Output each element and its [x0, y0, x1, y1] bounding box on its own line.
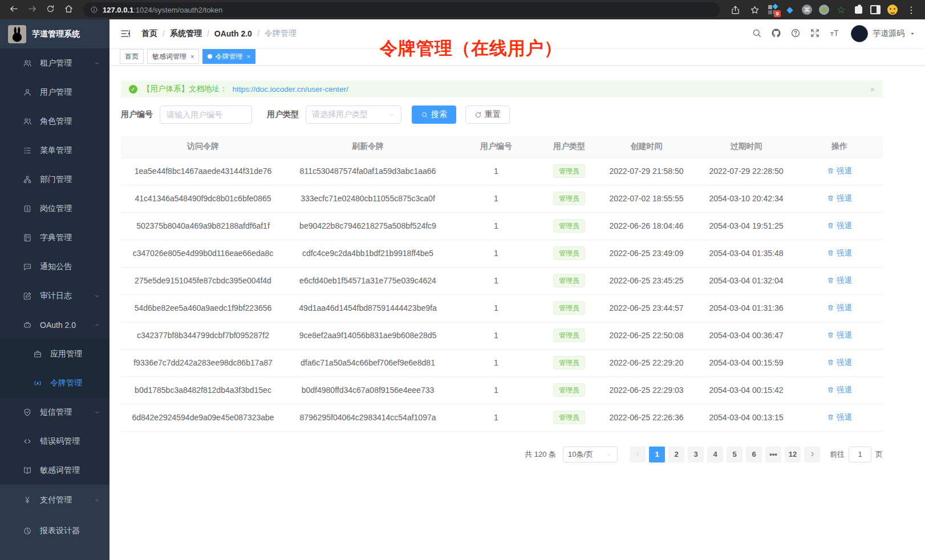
browser-nav-button[interactable] [6, 2, 22, 18]
browser-extension-icon[interactable]: 9 [768, 5, 778, 15]
trash-icon [827, 386, 834, 393]
menu-item-label: 租户管理 [40, 58, 72, 68]
page-number-button[interactable]: 1 [649, 447, 665, 462]
view-tab[interactable]: 令牌管理 × [202, 49, 255, 64]
navbar-tool-icon[interactable] [752, 28, 762, 40]
sidebar-menu-item[interactable]: 短信管理 [0, 397, 109, 427]
table-column-header: 访问令牌 [121, 136, 285, 157]
browser-extension-icon[interactable] [887, 5, 898, 15]
page-number-button[interactable]: 12 [785, 447, 801, 462]
address-bar[interactable]: 127.0.0.1:1024/system/oauth2/token [83, 2, 720, 17]
refresh-token-cell: 811c530487574fa0af1a59d3abc1aa66 [285, 157, 451, 185]
access-token-cell: b0d1785bc3a8482f812db4a3f3bd15ec [121, 376, 285, 404]
breadcrumb-item[interactable]: 令牌管理 [265, 29, 297, 39]
user-menu[interactable]: 芋道源码 [851, 25, 916, 42]
page-number-button[interactable]: 3 [688, 447, 704, 462]
prev-page-button[interactable] [630, 447, 646, 462]
force-logout-button[interactable]: 强退 [827, 358, 852, 368]
sidebar-menu-item[interactable]: 菜单管理 [0, 136, 109, 165]
access-token-cell: 6d842e2924594de9a09e45e087323abe [121, 404, 285, 431]
user-type-badge: 管理员 [553, 356, 585, 370]
page-size-select[interactable]: 10条/页 [563, 447, 618, 462]
view-tab[interactable]: 首页 [120, 49, 144, 64]
browser-extension-icon[interactable]: ⌘ [802, 5, 812, 15]
browser-nav-button[interactable] [60, 2, 76, 18]
created-time-cell: 2022-06-25 23:45:25 [597, 267, 696, 294]
breadcrumb-item[interactable]: OAuth 2.0 [214, 29, 252, 38]
browser-extension-icon[interactable] [870, 5, 881, 15]
page-number-button[interactable]: ••• [765, 447, 781, 462]
table-row: c347026e805e4d99b0d116eae66eda8c cdfc4ce… [121, 240, 883, 267]
tab-close-icon[interactable]: × [190, 53, 194, 60]
sidebar-collapse-button[interactable] [119, 28, 137, 39]
navbar-tool-icon[interactable] [790, 28, 801, 40]
table-column-header: 创建时间 [597, 136, 696, 157]
page-number-button[interactable]: 6 [746, 447, 762, 462]
sidebar-menu-item[interactable]: 通知公告 [0, 252, 109, 281]
browser-extension-icon[interactable]: ☆ [836, 5, 846, 15]
site-info-icon[interactable] [90, 6, 98, 14]
sidebar-menu-item[interactable]: 支付管理 [0, 485, 109, 516]
user-id-input[interactable] [160, 105, 252, 124]
browser-nav-button[interactable] [24, 2, 40, 18]
browser-extension-icon[interactable] [819, 5, 829, 15]
access-token-cell: 54d6be82ee5a460a9aedc1f9bf223656 [121, 294, 285, 322]
force-logout-button[interactable]: 强退 [827, 330, 852, 340]
browser-extension-icon[interactable]: ◆ [785, 5, 795, 15]
view-tab[interactable]: 敏感词管理 × [147, 49, 199, 64]
chevron-down-icon [606, 451, 612, 458]
expire-time-cell: 2054-03-04 01:35:48 [696, 240, 796, 267]
sidebar-menu-item[interactable]: 敏感词管理 [0, 456, 109, 485]
sidebar-menu-item[interactable]: 租户管理 [0, 48, 109, 78]
reset-button[interactable]: 重置 [465, 105, 510, 124]
force-logout-button[interactable]: 强退 [827, 248, 852, 258]
sidebar-menu-item[interactable]: OAuth 2.0 [0, 310, 109, 339]
browser-nav-button[interactable] [42, 2, 58, 18]
sidebar-logo[interactable]: 芋道管理系统 [0, 19, 109, 48]
force-logout-button[interactable]: 强退 [827, 412, 852, 423]
search-button[interactable]: 搜索 [412, 105, 456, 124]
user-id-cell: 1 [451, 294, 542, 322]
force-logout-button[interactable]: 强退 [827, 166, 852, 176]
breadcrumb-item[interactable]: 系统管理 [170, 29, 202, 39]
tab-close-icon[interactable]: × [246, 53, 250, 60]
sidebar-menu-item[interactable]: 应用管理 [0, 339, 109, 368]
chevron-icon [94, 409, 100, 416]
breadcrumb-item[interactable]: 首页 [141, 29, 157, 39]
sidebar-menu-item[interactable]: 角色管理 [0, 107, 109, 136]
force-logout-button[interactable]: 强退 [827, 303, 852, 313]
alert-close-icon[interactable]: × [870, 84, 875, 94]
menu-item-label: 岗位管理 [40, 204, 72, 214]
user-type-select[interactable]: 请选择用户类型 [306, 105, 401, 124]
navbar-tool-icon[interactable] [771, 28, 781, 40]
browser-extension-icon[interactable] [853, 5, 863, 15]
force-logout-button[interactable]: 强退 [827, 193, 852, 204]
sidebar-menu-item[interactable]: 字典管理 [0, 223, 109, 252]
goto-page-input[interactable] [849, 447, 871, 462]
sidebar-menu-item[interactable]: 审计日志 [0, 281, 109, 310]
page-number-button[interactable]: 2 [668, 447, 684, 462]
sidebar-menu-item[interactable]: 报表设计器 [0, 516, 109, 546]
sidebar-menu-item[interactable]: 错误码管理 [0, 427, 109, 456]
page-number-button[interactable]: 4 [707, 447, 723, 462]
next-page-button[interactable] [804, 447, 820, 462]
force-logout-button[interactable]: 强退 [827, 275, 852, 286]
sidebar-menu-item[interactable]: 令牌管理 [0, 368, 109, 397]
doc-link[interactable]: https://doc.iocoder.cn/user-center/ [233, 85, 348, 94]
doc-alert: ✓ 【用户体系】文档地址： https://doc.iocoder.cn/use… [121, 80, 883, 98]
sidebar-menu-item[interactable]: 用户管理 [0, 78, 109, 107]
navbar-tool-icon[interactable] [829, 28, 839, 40]
page-number-button[interactable]: 5 [727, 447, 743, 462]
browser-menu-button[interactable]: ⋮ [904, 5, 918, 15]
table-row: 6d842e2924594de9a09e45e087323abe 8796295… [121, 404, 883, 431]
sidebar-menu-item[interactable]: 岗位管理 [0, 194, 109, 223]
force-logout-button[interactable]: 强退 [827, 385, 852, 395]
top-navbar: 首页 / 系统管理 / OAuth 2.0 / [109, 19, 925, 48]
sidebar-menu-item[interactable]: 部门管理 [0, 165, 109, 194]
tab-label: 敏感词管理 [152, 52, 186, 62]
force-logout-button[interactable]: 强退 [827, 221, 852, 231]
navbar-tool-icon[interactable] [810, 28, 820, 40]
trash-icon [827, 413, 834, 421]
bookmark-button[interactable] [748, 3, 761, 16]
share-button[interactable] [729, 3, 741, 16]
